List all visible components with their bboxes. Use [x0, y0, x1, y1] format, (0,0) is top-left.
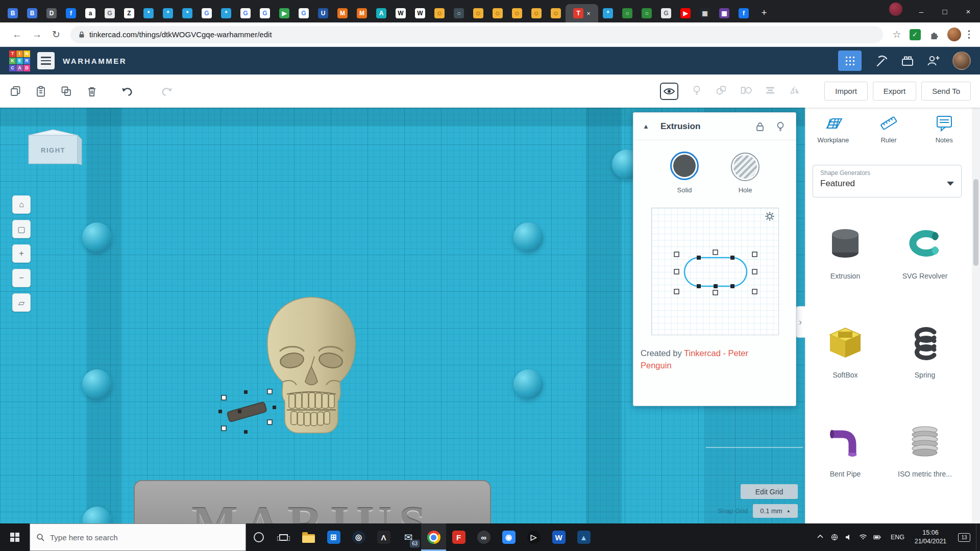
browser-tab[interactable]: *: [158, 4, 178, 22]
extensions-puzzle-icon[interactable]: [929, 30, 939, 40]
address-bar[interactable]: tinkercad.com/things/dtkWOGVCgqe-warhamm…: [70, 26, 884, 43]
export-button[interactable]: Export: [873, 82, 916, 101]
solid-swatch[interactable]: [670, 152, 699, 180]
browser-tab[interactable]: G: [100, 4, 119, 22]
snap-grid-dropdown[interactable]: 0.1 mm▲: [753, 504, 798, 518]
browser-tab[interactable]: ▦: [695, 4, 715, 22]
sidebar-collapse-handle[interactable]: ›: [795, 306, 805, 338]
sphere-object[interactable]: [82, 369, 112, 399]
sphere-object[interactable]: [513, 369, 543, 399]
browser-tab[interactable]: D: [42, 4, 61, 22]
bookmark-star-icon[interactable]: ☆: [892, 29, 901, 40]
taskbar-steam[interactable]: ◎: [346, 523, 371, 551]
duplicate-icon[interactable]: [60, 85, 72, 97]
browser-tab[interactable]: W: [391, 4, 410, 22]
taskbar-search[interactable]: [30, 523, 246, 551]
browser-tab[interactable]: M: [352, 4, 372, 22]
show-desktop-button[interactable]: [976, 523, 980, 551]
taskbar-photos[interactable]: ▲: [571, 523, 596, 551]
browser-tab[interactable]: ☺: [488, 4, 507, 22]
design-title[interactable]: WARHAMMER: [63, 57, 127, 65]
window-minimize-button[interactable]: –: [910, 0, 933, 22]
browser-tab[interactable]: G: [656, 4, 676, 22]
ortho-view-button[interactable]: ▱: [12, 293, 31, 312]
browser-tab[interactable]: *: [178, 4, 197, 22]
browser-tab[interactable]: U: [313, 4, 333, 22]
browser-tab-active[interactable]: T×: [566, 4, 598, 22]
gear-icon[interactable]: [765, 211, 775, 221]
taskbar-mail[interactable]: ✉63: [396, 523, 421, 551]
zoom-in-button[interactable]: +: [12, 244, 31, 263]
home-view-button[interactable]: ⌂: [12, 195, 31, 214]
brick-icon[interactable]: [900, 54, 915, 67]
taskbar-task-view[interactable]: [271, 523, 296, 551]
edit-grid-button[interactable]: Edit Grid: [741, 484, 798, 499]
shape-iso-metric-thread[interactable]: ISO metric thre...: [885, 407, 965, 506]
shape-extrusion[interactable]: Extrusion: [805, 209, 885, 308]
scrollbar-thumb[interactable]: [973, 179, 978, 266]
taskbar-camera-app[interactable]: ◉: [496, 523, 521, 551]
window-maximize-button[interactable]: □: [933, 0, 957, 22]
browser-tab[interactable]: ☺: [507, 4, 527, 22]
notes-tool[interactable]: Notes: [916, 114, 972, 144]
fit-view-button[interactable]: ▢: [12, 220, 31, 238]
tray-globe-icon[interactable]: [830, 533, 839, 541]
taskbar-store[interactable]: ⊞: [321, 523, 346, 551]
selected-object[interactable]: [217, 387, 278, 437]
browser-tab[interactable]: G: [236, 4, 255, 22]
taskbar-word[interactable]: W: [546, 523, 571, 551]
ruler-tool[interactable]: Ruler: [861, 114, 917, 144]
browser-tab[interactable]: ○: [449, 4, 469, 22]
zoom-out-button[interactable]: −: [12, 269, 31, 287]
browser-tab[interactable]: ○: [618, 4, 637, 22]
browser-tab[interactable]: W: [410, 4, 430, 22]
bulb-icon[interactable]: [774, 120, 787, 133]
browser-tab[interactable]: G: [197, 4, 216, 22]
plaque-object[interactable]: MARIUS: [134, 480, 491, 523]
shape-svg-revolver[interactable]: SVG Revolver: [885, 209, 965, 308]
browser-tab[interactable]: *: [139, 4, 158, 22]
browser-tab[interactable]: *: [598, 4, 618, 22]
browser-tab[interactable]: B: [22, 4, 42, 22]
sphere-object[interactable]: [82, 222, 112, 252]
browser-tab[interactable]: G: [294, 4, 313, 22]
browser-tab[interactable]: *: [216, 4, 236, 22]
delete-icon[interactable]: [86, 85, 98, 97]
browser-tab[interactable]: ○: [637, 4, 656, 22]
browser-tab[interactable]: G: [255, 4, 275, 22]
browser-tab[interactable]: ☺: [469, 4, 488, 22]
view-cube[interactable]: RIGHT: [20, 128, 84, 170]
blocks-view-button[interactable]: [838, 51, 862, 71]
taskbar-game-launcher[interactable]: Λ: [371, 523, 396, 551]
forward-button[interactable]: →: [32, 29, 42, 40]
show-all-button[interactable]: [660, 83, 678, 100]
paste-icon[interactable]: [35, 85, 47, 97]
browser-tab[interactable]: a: [81, 4, 100, 22]
start-button[interactable]: [0, 523, 30, 551]
browser-menu-icon[interactable]: [965, 30, 973, 39]
browser-tab[interactable]: ☺: [527, 4, 546, 22]
send-to-button[interactable]: Send To: [921, 82, 971, 101]
search-input[interactable]: [50, 533, 239, 542]
profile-editor[interactable]: [651, 208, 779, 335]
tray-speaker-icon[interactable]: [845, 533, 853, 541]
align-icon[interactable]: [764, 84, 776, 98]
taskbar-f-app[interactable]: F: [446, 523, 471, 551]
taskbar-clock[interactable]: 15:06 21/04/2021: [909, 523, 952, 551]
redo-button[interactable]: [160, 85, 174, 97]
tab-close-icon[interactable]: ×: [586, 10, 591, 17]
collapse-caret-icon[interactable]: ▲: [643, 122, 649, 130]
shape-softbox[interactable]: SoftBox: [805, 308, 885, 407]
shape-generators-dropdown[interactable]: Shape Generators Featured: [813, 165, 962, 197]
workplane-tool[interactable]: Workplane: [805, 114, 861, 144]
page-scrollbar[interactable]: [972, 108, 980, 523]
action-center-button[interactable]: 13: [952, 523, 976, 551]
tray-wifi-icon[interactable]: [859, 533, 867, 541]
browser-tab[interactable]: ▶: [676, 4, 695, 22]
browser-tab[interactable]: M: [333, 4, 352, 22]
back-button[interactable]: ←: [12, 29, 22, 40]
hole-swatch[interactable]: [731, 153, 760, 181]
taskbar-file-explorer[interactable]: [296, 523, 321, 551]
taskbar-cortana[interactable]: [246, 523, 271, 551]
browser-tab[interactable]: B: [3, 4, 22, 22]
